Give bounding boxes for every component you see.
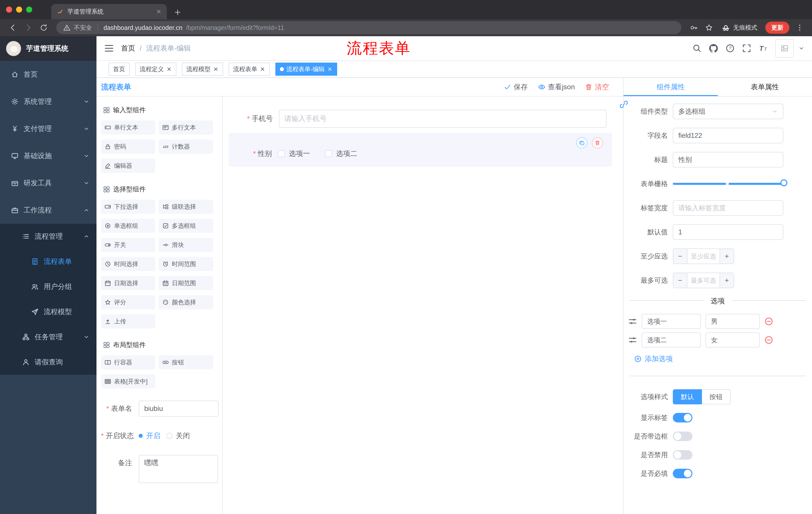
min-select-input[interactable] <box>687 249 720 264</box>
sidebar-item-infra[interactable]: 基础设施 <box>0 142 96 169</box>
reload-icon[interactable] <box>40 24 48 32</box>
palette-item[interactable]: 多选框组 <box>159 219 213 233</box>
sidebar-item-leave-query[interactable]: 请假查询 <box>0 350 96 375</box>
border-switch[interactable] <box>673 432 692 441</box>
decrement-button[interactable]: − <box>673 273 687 288</box>
close-tab-icon[interactable] <box>156 8 162 15</box>
decrement-button[interactable]: − <box>673 249 687 264</box>
sidebar-item-process-form[interactable]: 流程表单 <box>0 249 96 274</box>
status-off-radio[interactable]: 关闭 <box>166 428 190 444</box>
palette-item[interactable]: 日期范围 <box>159 276 213 290</box>
tab-tag[interactable]: 流程表单 <box>229 63 270 76</box>
title-input[interactable] <box>673 152 783 167</box>
help-icon[interactable]: ? <box>726 44 735 53</box>
option-value-input[interactable] <box>705 314 760 329</box>
palette-item[interactable]: 下拉选择 <box>101 200 155 214</box>
palette-item[interactable]: 上传 <box>101 314 155 328</box>
search-icon[interactable] <box>692 44 701 53</box>
palette-item[interactable]: 滑块 <box>159 238 213 252</box>
sidebar-item-process-mgmt[interactable]: 流程管理 <box>0 224 96 249</box>
browser-menu-icon[interactable] <box>796 24 804 31</box>
option-label-input[interactable] <box>642 314 701 329</box>
canvas-field-gender-selected[interactable]: 性别 选项一 选项二 <box>229 133 612 166</box>
palette-item[interactable]: 时间范围 <box>159 257 213 271</box>
sidebar-toggle-icon[interactable] <box>104 43 114 53</box>
gender-option-2-checkbox[interactable]: 选项二 <box>325 149 357 158</box>
grid-slider[interactable] <box>673 176 783 192</box>
option-value-input[interactable] <box>705 332 760 348</box>
avatar[interactable] <box>775 39 794 58</box>
palette-item[interactable]: 编辑器 <box>101 159 155 173</box>
close-window-button[interactable] <box>6 6 12 12</box>
fullscreen-icon[interactable] <box>742 44 751 53</box>
palette-item[interactable]: 颜色选择 <box>159 295 213 309</box>
sidebar-item-task-mgmt[interactable]: 任务管理 <box>0 324 96 350</box>
delete-component-button[interactable] <box>592 137 603 148</box>
close-icon[interactable] <box>213 66 219 72</box>
sidebar-item-system[interactable]: 系统管理 <box>0 88 96 115</box>
drag-handle-icon[interactable] <box>628 335 637 345</box>
tab-tag[interactable]: 流程定义 <box>135 63 176 76</box>
tab-tag[interactable]: 首页 <box>109 63 129 76</box>
save-button[interactable]: 保存 <box>504 82 528 92</box>
close-icon[interactable] <box>327 66 332 72</box>
field-name-input[interactable] <box>673 128 783 143</box>
sidebar-logo[interactable]: 芋道管理系统 <box>0 36 96 61</box>
tab-form-props[interactable]: 表单属性 <box>718 78 812 96</box>
palette-item[interactable]: 多行文本 <box>159 120 213 135</box>
palette-item[interactable]: 密码 <box>101 140 155 154</box>
palette-item[interactable]: 按钮 <box>159 355 213 370</box>
clear-button[interactable]: 清空 <box>585 82 609 92</box>
label-width-input[interactable] <box>673 200 783 216</box>
slider-handle[interactable] <box>780 179 787 186</box>
palette-item[interactable]: 表格[开发中] <box>101 374 155 388</box>
minimize-window-button[interactable] <box>16 6 22 12</box>
palette-item[interactable]: 评分 <box>101 295 155 309</box>
palette-item[interactable]: 123 计数器 <box>159 140 213 154</box>
remove-option-icon[interactable] <box>764 317 773 326</box>
sidebar-item-devtools[interactable]: 研发工具 <box>0 169 96 197</box>
github-icon[interactable] <box>709 44 718 53</box>
max-select-input[interactable] <box>687 273 720 288</box>
option-label-input[interactable] <box>642 332 701 348</box>
status-on-radio[interactable]: 开启 <box>139 428 160 444</box>
zoom-window-button[interactable] <box>26 6 32 12</box>
palette-item[interactable]: 级联选择 <box>159 200 213 214</box>
tab-tag[interactable]: 流程表单-编辑 <box>276 63 337 76</box>
increment-button[interactable]: + <box>720 273 734 288</box>
sidebar-item-workflow[interactable]: 工作流程 <box>0 197 96 224</box>
browser-tab[interactable]: 芋道管理系统 <box>51 4 167 19</box>
new-tab-button[interactable] <box>174 8 181 16</box>
add-option-button[interactable]: 添加选项 <box>634 354 812 363</box>
palette-item[interactable]: 开关 <box>101 238 155 252</box>
palette-item[interactable]: 单选框组 <box>101 219 155 233</box>
component-type-select[interactable]: 多选框组 <box>673 104 783 119</box>
font-size-icon[interactable]: TT <box>759 44 768 53</box>
palette-item[interactable]: 行容器 <box>101 355 155 370</box>
palette-item[interactable]: 单行文本 <box>101 120 155 135</box>
required-switch[interactable] <box>673 469 692 478</box>
breadcrumb-home[interactable]: 首页 <box>121 44 135 53</box>
phone-input[interactable] <box>279 110 607 128</box>
default-value-input[interactable] <box>673 224 783 240</box>
copy-component-button[interactable] <box>576 137 587 148</box>
back-icon[interactable] <box>8 23 17 32</box>
update-button[interactable]: 更新 <box>765 22 789 34</box>
sidebar-item-home[interactable]: 首页 <box>0 61 96 88</box>
tab-component-props[interactable]: 组件属性 <box>624 78 718 96</box>
forward-icon[interactable] <box>24 23 33 32</box>
drag-handle-icon[interactable] <box>628 317 637 326</box>
disabled-switch[interactable] <box>673 450 692 460</box>
url-field[interactable]: 不安全 dashboard.yudao.iocoder.cn/bpm/manag… <box>56 21 682 34</box>
close-icon[interactable] <box>260 66 265 72</box>
tab-tag[interactable]: 流程模型 <box>182 63 223 76</box>
form-name-input[interactable] <box>139 401 219 417</box>
view-json-button[interactable]: 查看json <box>538 82 575 92</box>
show-label-switch[interactable] <box>673 413 692 423</box>
style-button-button[interactable]: 按钮 <box>702 389 731 404</box>
sidebar-item-process-model[interactable]: 流程模型 <box>0 299 96 324</box>
close-icon[interactable] <box>166 66 172 72</box>
gender-option-1-checkbox[interactable]: 选项一 <box>278 149 310 158</box>
palette-item[interactable]: 日期选择 <box>101 276 155 290</box>
palette-item[interactable]: 时间选择 <box>101 257 155 271</box>
